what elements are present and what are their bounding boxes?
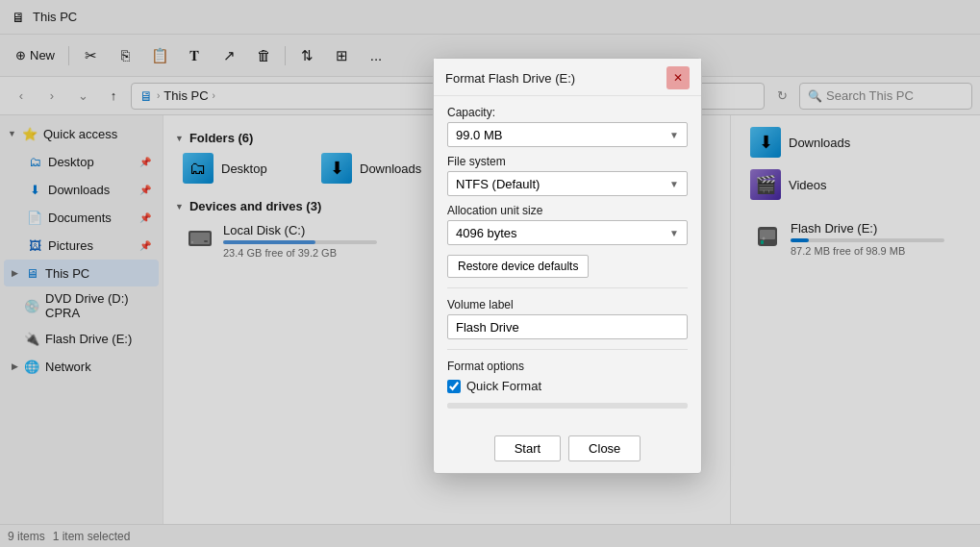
allocation-label: Allocation unit size (447, 204, 688, 217)
filesystem-dropdown[interactable]: NTFS (Default) ▼ (447, 171, 688, 196)
allocation-value: 4096 bytes (456, 226, 517, 240)
format-progress-bar (447, 403, 688, 409)
format-modal: Format Flash Drive (E:) ✕ Capacity: 99.0… (433, 58, 702, 474)
quick-format-row: Quick Format (447, 379, 688, 393)
format-options-label: Format options (447, 360, 688, 373)
modal-close-button[interactable]: ✕ (666, 66, 690, 89)
capacity-chevron-icon: ▼ (669, 130, 679, 140)
capacity-value: 99.0 MB (456, 128, 502, 142)
modal-divider-2 (447, 349, 688, 350)
allocation-dropdown[interactable]: 4096 bytes ▼ (447, 220, 688, 245)
filesystem-chevron-icon: ▼ (669, 179, 679, 189)
volume-label-input[interactable] (447, 314, 688, 339)
capacity-label: Capacity: (447, 106, 688, 119)
restore-defaults-button[interactable]: Restore device defaults (447, 255, 589, 278)
filesystem-value: NTFS (Default) (456, 177, 540, 191)
quick-format-checkbox[interactable] (447, 380, 461, 393)
modal-divider-1 (447, 287, 688, 288)
modal-footer: Start Close (434, 428, 701, 473)
modal-body: Capacity: 99.0 MB ▼ File system NTFS (De… (434, 96, 701, 428)
close-button[interactable]: Close (568, 435, 641, 461)
allocation-chevron-icon: ▼ (669, 228, 679, 238)
quick-format-label: Quick Format (466, 379, 541, 393)
modal-title-bar: Format Flash Drive (E:) ✕ (434, 59, 701, 96)
volume-label-label: Volume label (447, 298, 688, 311)
capacity-dropdown[interactable]: 99.0 MB ▼ (447, 122, 688, 147)
modal-title: Format Flash Drive (E:) (445, 71, 575, 86)
filesystem-label: File system (447, 155, 688, 168)
start-button[interactable]: Start (494, 435, 561, 461)
modal-overlay: Format Flash Drive (E:) ✕ Capacity: 99.0… (0, 0, 980, 547)
